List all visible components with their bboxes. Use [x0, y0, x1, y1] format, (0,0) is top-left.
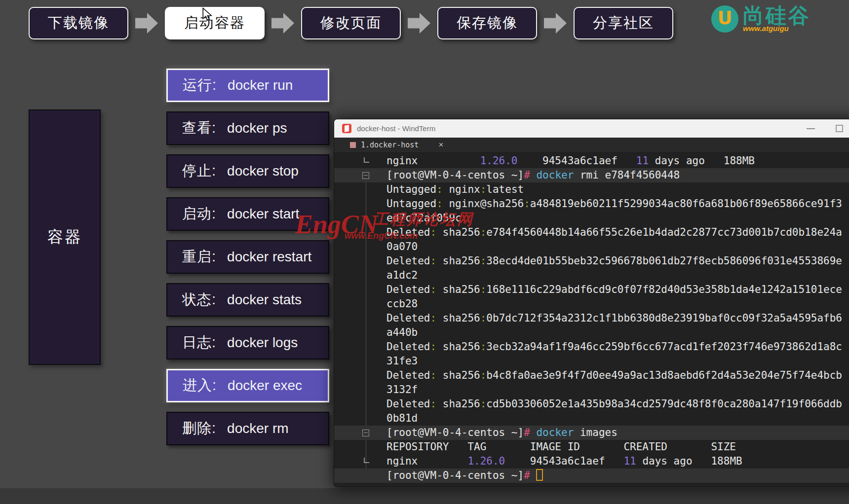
terminal-line: 0a070 — [334, 240, 849, 254]
terminal-line: Deleted: sha256:cd5b03306052e1a435b98a34… — [334, 397, 849, 411]
command-item[interactable]: 删除:docker rm — [166, 412, 329, 445]
tab-close-icon[interactable]: × — [438, 140, 443, 150]
command-label: 日志: — [182, 333, 216, 353]
command-item[interactable]: 停止:docker stop — [166, 154, 329, 188]
container-label-box: 容器 — [29, 109, 101, 365]
flow-arrow-icon — [544, 12, 567, 34]
terminal-tabbar: 1.docker-host × — [334, 138, 849, 153]
terminal-output[interactable]: nginx 1.26.0 94543a6c1aef 11 days ago 18… — [334, 153, 849, 483]
command-text: docker stop — [227, 163, 299, 179]
flow-step-1[interactable]: 下载镜像 — [29, 7, 128, 39]
command-item[interactable]: 重启:docker restart — [166, 240, 329, 274]
command-label: 运行: — [183, 75, 217, 95]
terminal-line: 31fe3 — [334, 354, 849, 368]
terminal-line: nginx 1.26.0 94543a6c1aef 11 days ago 18… — [334, 454, 849, 468]
terminal-line: REPOSITORY TAG IMAGE ID CREATED SIZE — [334, 440, 849, 454]
terminal-line: ed7c72af059c — [334, 211, 849, 225]
bottom-strip — [0, 488, 849, 504]
terminal-line: Untagged: nginx@sha256:a484819eb60211f52… — [334, 197, 849, 211]
command-label: 删除: — [182, 419, 216, 438]
command-text: docker logs — [227, 335, 298, 351]
command-text: docker ps — [227, 120, 287, 136]
command-item[interactable]: 日志:docker logs — [166, 326, 329, 360]
minimize-button[interactable] — [807, 128, 815, 129]
terminal-line: 0b81d — [334, 411, 849, 426]
flow-step-2[interactable]: 启动容器 — [165, 7, 265, 39]
terminal-line: ccb28 — [334, 297, 849, 311]
command-text: docker stats — [227, 292, 302, 308]
tab-status-icon — [350, 142, 356, 148]
flow-arrow-icon — [135, 12, 158, 34]
flow-step-4[interactable]: 保存镜像 — [437, 7, 537, 39]
command-item[interactable]: 状态:docker stats — [166, 283, 329, 317]
terminal-titlebar[interactable]: docker-host - WindTerm — [334, 119, 849, 138]
terminal-line: a1dc2 — [334, 268, 849, 283]
command-label: 启动: — [182, 204, 216, 224]
terminal-line: Deleted: sha256:3ecb32a94af1f9a46cc259bf… — [334, 340, 849, 354]
command-item[interactable]: 进入:docker exec — [166, 369, 329, 402]
command-text: docker restart — [227, 249, 311, 265]
command-item[interactable]: 运行:docker run — [166, 69, 329, 102]
fold-toggle-icon[interactable] — [362, 172, 369, 179]
terminal-line: Deleted: sha256:168e1116c229abdf6cd9c0f0… — [334, 283, 849, 297]
command-text: docker run — [228, 77, 293, 93]
windterm-icon — [342, 124, 351, 133]
command-label: 查看: — [182, 118, 216, 138]
terminal-line: 3132f — [334, 383, 849, 397]
flow-arrow-icon — [408, 12, 430, 34]
flow-step-3[interactable]: 修改页面 — [301, 7, 401, 39]
terminal-line: Deleted: sha256:0b7dc712f354a2312c1f1bb6… — [334, 311, 849, 325]
command-item[interactable]: 启动:docker start — [166, 197, 329, 231]
flow-arrow-icon — [271, 12, 294, 34]
terminal-line: Deleted: sha256:38ecd4de01b55beb32c59667… — [334, 254, 849, 268]
terminal-window: docker-host - WindTerm 1.docker-host × n… — [334, 119, 849, 487]
logo-brand-text: 尚硅谷 — [743, 5, 811, 26]
terminal-cursor — [536, 469, 543, 481]
flow-steps: 下载镜像启动容器修改页面保存镜像分享社区 — [29, 7, 673, 39]
window-title: docker-host - WindTerm — [357, 124, 435, 133]
logo-url-text: www.atguigu — [743, 24, 811, 33]
command-text: docker start — [227, 206, 299, 222]
command-label: 进入: — [183, 376, 217, 396]
terminal-line: Deleted: sha256:b4c8fa0ae3e9f4f7d0ee49a9… — [334, 368, 849, 383]
command-label: 停止: — [182, 161, 216, 181]
terminal-line: [root@VM-0-4-centos ~]# docker rmi e784f… — [334, 168, 849, 182]
command-label: 状态: — [182, 290, 216, 310]
command-item[interactable]: 查看:docker ps — [166, 111, 329, 145]
scope-end-icon — [364, 458, 369, 463]
tab-label[interactable]: 1.docker-host — [361, 141, 419, 149]
logo-text: 尚硅谷 www.atguigu — [743, 5, 811, 33]
fold-toggle-icon[interactable] — [362, 430, 369, 436]
flow-step-5[interactable]: 分享社区 — [574, 7, 673, 39]
brand-logo: U 尚硅谷 www.atguigu — [711, 5, 811, 33]
command-text: docker exec — [228, 378, 302, 394]
terminal-line: a440b — [334, 325, 849, 340]
logo-u-icon: U — [711, 5, 738, 33]
terminal-line: nginx 1.26.0 94543a6c1aef 11 days ago 18… — [334, 154, 849, 168]
terminal-line: Deleted: sha256:e784f4560448b14a66f55c26… — [334, 225, 849, 240]
terminal-line: [root@VM-0-4-centos ~]# docker images — [334, 426, 849, 440]
window-controls — [807, 119, 843, 138]
mouse-cursor-icon — [200, 7, 215, 22]
container-label: 容器 — [47, 226, 82, 248]
terminal-line: Untagged: nginx:latest — [334, 182, 849, 197]
command-list: 运行:docker run查看:docker ps停止:docker stop启… — [166, 69, 329, 445]
command-text: docker rm — [227, 421, 288, 436]
terminal-line: [root@VM-0-4-centos ~]# — [334, 468, 849, 483]
command-label: 重启: — [182, 247, 216, 267]
maximize-button[interactable] — [836, 125, 843, 132]
scope-end-icon — [364, 157, 369, 163]
logo-u-letter: U — [717, 7, 732, 29]
